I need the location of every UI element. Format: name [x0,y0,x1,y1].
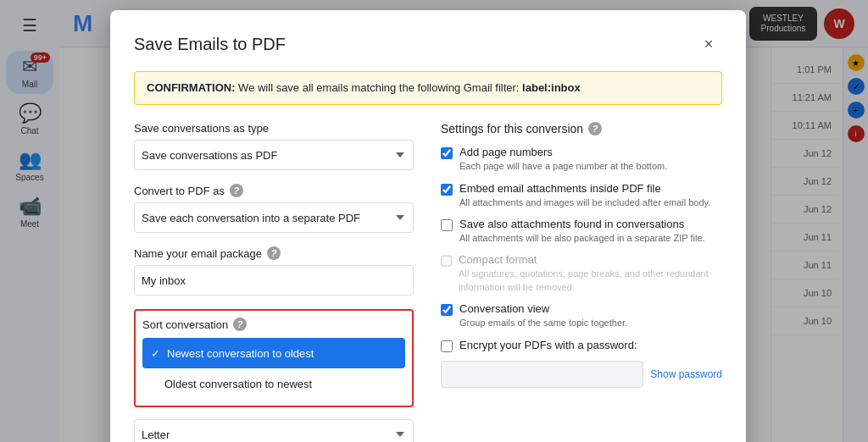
sort-option-oldest-label: Oldest conversation to newest [164,378,312,390]
conversation-view-labels: Conversation view Group emails of the sa… [459,302,627,329]
modal-title: Save Emails to PDF [134,35,286,54]
save-attachments-sublabel: All attachments will be also packaged in… [459,232,705,245]
encrypt-pdf-label: Encrypt your PDFs with a password: [459,339,637,351]
conversation-view-label: Conversation view [459,302,627,315]
convert-pdf-group: Convert to PDF as ? Save each conversati… [134,184,414,233]
compact-format-label: Compact format [459,253,722,266]
add-page-numbers-checkbox[interactable] [441,147,453,159]
encrypt-password-row: Show password [441,361,722,388]
checkmark-icon: ✓ [151,347,160,360]
paper-size-select[interactable]: Letter A4 Legal [134,419,414,442]
paper-size-group: Letter A4 Legal [134,419,414,442]
embed-attachments-sublabel: All attachments and images will be inclu… [459,196,710,209]
compact-format-sublabel: All signatures, quotations, page breaks,… [459,268,722,294]
encrypt-pdf-item: Encrypt your PDFs with a password: [441,339,722,352]
add-page-numbers-label: Add page numbers [459,146,667,158]
confirmation-prefix: CONFIRMATION: [147,81,235,94]
confirmation-banner: CONFIRMATION: We will save all emails ma… [134,71,722,105]
sort-option-oldest[interactable]: Oldest conversation to newest [142,368,405,399]
save-attachments-label: Save also attachments found in conversat… [459,218,705,230]
save-type-group: Save conversations as type Save conversa… [134,122,414,170]
modal-left-column: Save conversations as type Save conversa… [134,122,414,442]
compact-format-labels: Compact format All signatures, quotation… [459,253,722,294]
sort-label: Sort conversation [142,318,228,331]
save-attachments-labels: Save also attachments found in conversat… [459,218,705,245]
convert-pdf-label: Convert to PDF as ? [134,184,414,197]
add-page-numbers-sublabel: Each page will have a page number at the… [459,160,667,173]
embed-attachments-checkbox[interactable] [441,184,453,196]
modal-header: Save Emails to PDF × [134,30,722,58]
convert-help-icon[interactable]: ? [230,184,243,197]
add-page-numbers-item: Add page numbers Each page will have a p… [441,146,722,173]
modal-columns: Save conversations as type Save conversa… [134,122,722,442]
save-type-label: Save conversations as type [134,122,414,135]
settings-title: Settings for this conversion ? [441,122,722,135]
sort-label-row: Sort conversation ? [142,318,405,331]
conversation-view-checkbox[interactable] [441,304,453,316]
embed-attachments-label: Embed email attachments inside PDF file [459,182,710,195]
encrypt-pdf-labels: Encrypt your PDFs with a password: [459,339,637,351]
embed-attachments-labels: Embed email attachments inside PDF file … [459,182,710,209]
name-help-icon[interactable]: ? [267,246,281,260]
save-emails-modal: Save Emails to PDF × CONFIRMATION: We wi… [110,10,746,442]
convert-pdf-select[interactable]: Save each conversation into a separate P… [134,202,414,233]
sort-conversation-container: Sort conversation ? ✓ Newest conversatio… [134,309,414,407]
save-attachments-item: Save also attachments found in conversat… [441,218,722,245]
modal-right-column: Settings for this conversion ? Add page … [441,122,722,442]
compact-format-item: Compact format All signatures, quotation… [441,253,722,294]
encrypt-pdf-checkbox[interactable] [441,340,453,352]
email-package-group: Name your email package ? [134,246,414,296]
confirmation-filter: label:inbox [522,81,581,94]
close-button[interactable]: × [695,30,722,58]
save-attachments-checkbox[interactable] [441,219,453,231]
embed-attachments-item: Embed email attachments inside PDF file … [441,182,722,209]
compact-format-checkbox [441,255,452,267]
email-package-label: Name your email package ? [134,246,414,260]
show-password-link[interactable]: Show password [650,368,722,380]
sort-option-newest-label: Newest conversation to oldest [167,347,314,360]
add-page-numbers-labels: Add page numbers Each page will have a p… [459,146,667,173]
save-type-select[interactable]: Save conversations as PDF Save conversat… [134,140,414,170]
settings-help-icon[interactable]: ? [588,122,602,135]
sort-help-icon[interactable]: ? [233,318,247,331]
conversation-view-sublabel: Group emails of the same topic together. [459,317,627,329]
conversation-view-item: Conversation view Group emails of the sa… [441,302,722,329]
confirmation-text: We will save all emails matching the fol… [238,81,522,94]
password-input[interactable] [441,361,643,388]
email-package-input[interactable] [134,265,414,296]
sort-option-newest[interactable]: ✓ Newest conversation to oldest [142,338,405,368]
